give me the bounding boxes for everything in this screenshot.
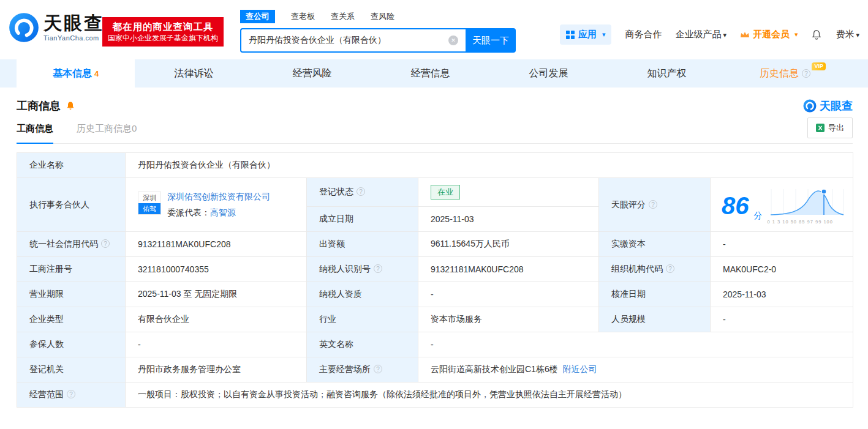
section-title: 工商信息	[17, 99, 61, 113]
apps-menu-button[interactable]: 应用	[560, 24, 612, 45]
partner-company-link[interactable]: 深圳佑驾创新投资有限公司	[167, 192, 270, 201]
help-icon[interactable]	[649, 200, 657, 209]
search-tab-company[interactable]: 查公司	[240, 10, 275, 23]
field-label: 纳税人资质	[307, 282, 418, 307]
nav-tab-development[interactable]: 公司发展	[489, 59, 608, 88]
sub-tabs: 工商信息 历史工商信息0 导出	[17, 123, 853, 144]
open-vip-button[interactable]: 开通会员	[740, 29, 798, 40]
delegate-link[interactable]: 高智源	[210, 207, 236, 217]
field-label: 英文名称	[307, 332, 418, 357]
table-row: 经营范围 一般项目：股权投资；以自有资金从事投资活动；融资咨询服务（除依法须经批…	[17, 382, 853, 408]
notification-bell-icon[interactable]	[811, 29, 822, 40]
logo-brand-text: 天眼查	[43, 14, 104, 32]
subtab-history-registration[interactable]: 历史工商信息0	[77, 123, 137, 143]
score-axis-labels: 0 1 3 10 50 85 97 99 100	[768, 219, 847, 225]
field-label: 统一社会信用代码	[17, 232, 126, 257]
nav-tab-risk-label: 经营风险	[293, 68, 332, 78]
nav-tab-legal-label: 法律诉讼	[175, 68, 214, 78]
reg-authority-value: 丹阳市政务服务管理办公室	[126, 357, 307, 382]
search-tab-risk[interactable]: 查风险	[371, 11, 394, 22]
nav-tab-ip[interactable]: 知识产权	[608, 59, 726, 88]
menu-item-enterprise[interactable]: 企业级产品	[675, 29, 726, 40]
field-label: 主要经营场所	[307, 357, 418, 382]
staff-size-value: -	[711, 307, 853, 332]
business-info-table: 企业名称 丹阳丹佑投资合伙企业（有限合伙） 执行事务合伙人 深圳 佑驾 深圳佑驾…	[17, 152, 853, 408]
open-vip-label: 开通会员	[753, 29, 790, 40]
subtab-history-label: 历史工商信息	[77, 123, 132, 133]
field-label: 行业	[307, 307, 418, 332]
help-icon[interactable]	[374, 264, 382, 273]
nav-tab-history-label: 历史信息	[760, 68, 799, 78]
executive-partner-cell: 深圳 佑驾 深圳佑驾创新投资有限公司 委派代表：高智源	[126, 178, 307, 232]
industry-value: 资本市场服务	[418, 307, 599, 332]
header: 天眼查 TianYanCha.com 都在用的商业查询工具 国家中小企业发展子基…	[0, 0, 868, 59]
table-row: 参保人数 - 英文名称 -	[17, 332, 853, 357]
reg-status-value: 在业	[418, 178, 599, 207]
nav-tab-legal[interactable]: 法律诉讼	[135, 59, 253, 88]
subtab-current-registration[interactable]: 工商信息	[17, 123, 53, 144]
field-label: 实缴资本	[599, 232, 711, 257]
vip-badge: VIP	[812, 62, 826, 70]
tianyancha-logo[interactable]: 天眼查 TianYanCha.com	[9, 12, 104, 43]
delegate-label: 委派代表：	[167, 207, 210, 217]
slogan-line1: 都在用的商业查询工具	[108, 20, 218, 33]
nav-tab-development-label: 公司发展	[529, 68, 568, 78]
field-label: 经营范围	[17, 382, 126, 408]
menu-item-cooperation[interactable]: 商务合作	[625, 29, 662, 40]
help-icon[interactable]	[357, 187, 365, 196]
field-label: 执行事务合伙人	[17, 178, 126, 232]
clear-input-icon[interactable]	[448, 35, 458, 45]
nav-tab-operation-label: 经营信息	[411, 68, 450, 78]
apps-grid-icon	[566, 31, 575, 39]
help-icon[interactable]	[101, 239, 110, 248]
nav-tab-basic-info[interactable]: 基本信息4	[17, 59, 135, 88]
nav-tab-risk[interactable]: 经营风险	[253, 59, 371, 88]
slogan-banner: 都在用的商业查询工具 国家中小企业发展子基金旗下机构	[102, 17, 224, 47]
apps-menu-label: 应用	[578, 29, 597, 40]
nav-tab-ip-label: 知识产权	[647, 68, 687, 78]
partner-logo: 深圳 佑驾	[138, 192, 161, 215]
excel-icon	[816, 124, 825, 132]
address-value: 云阳街道高新技术创业园C1栋6楼 附近公司	[418, 357, 853, 382]
table-row: 企业名称 丹阳丹佑投资合伙企业（有限合伙）	[17, 153, 853, 178]
search-tabs: 查公司 查老板 查关系 查风险	[240, 10, 516, 23]
table-row: 执行事务合伙人 深圳 佑驾 深圳佑驾创新投资有限公司 委派代表：高智源	[17, 178, 853, 207]
search-button[interactable]: 天眼一下	[466, 28, 516, 53]
table-row: 工商注册号 321181000740355 纳税人识别号 91321181MAK…	[17, 257, 853, 282]
history-help-icon[interactable]	[802, 69, 810, 78]
field-label: 参保人数	[17, 332, 126, 357]
crown-icon	[740, 31, 750, 39]
main-content: 工商信息 天眼查 工商信息 历史工商信息0 导出	[0, 99, 868, 408]
field-label: 登记状态	[307, 178, 418, 207]
field-label: 成立日期	[307, 207, 418, 232]
watermark-brand-text: 天眼查	[820, 99, 853, 113]
help-icon[interactable]	[374, 365, 382, 373]
search-area: 查公司 查老板 查关系 查风险 天眼一下	[240, 10, 516, 53]
user-menu[interactable]: 费米	[836, 29, 859, 40]
english-name-value: -	[418, 332, 853, 357]
field-label: 核准日期	[599, 282, 711, 307]
logo-domain-text: TianYanCha.com	[43, 34, 104, 42]
watermark-swirl-icon	[803, 99, 817, 113]
field-label: 天眼评分	[599, 178, 711, 232]
search-tab-relation[interactable]: 查关系	[331, 11, 355, 22]
business-term-value: 2025-11-03 至 无固定期限	[126, 282, 307, 307]
search-input[interactable]	[240, 28, 466, 53]
field-label: 企业类型	[17, 307, 126, 332]
export-button[interactable]: 导出	[807, 118, 853, 138]
enterprise-label: 企业级产品	[675, 29, 721, 39]
score-unit: 分	[754, 211, 763, 222]
help-icon[interactable]	[67, 390, 75, 398]
nav-tab-history[interactable]: VIP 历史信息	[726, 59, 844, 88]
nav-tab-operation[interactable]: 经营信息	[371, 59, 489, 88]
tianyan-score-cell: 86 分	[711, 178, 853, 232]
table-row: 营业期限 2025-11-03 至 无固定期限 纳税人资质 - 核准日期 202…	[17, 282, 853, 307]
subscribe-bell-icon[interactable]	[66, 101, 75, 111]
nearby-companies-link[interactable]: 附近公司	[562, 364, 597, 374]
help-icon[interactable]	[666, 264, 674, 273]
logo-swirl-icon	[9, 12, 39, 43]
field-label: 纳税人识别号	[307, 257, 418, 282]
status-badge: 在业	[431, 185, 460, 200]
search-tab-boss[interactable]: 查老板	[291, 11, 315, 22]
export-label: 导出	[828, 122, 844, 133]
